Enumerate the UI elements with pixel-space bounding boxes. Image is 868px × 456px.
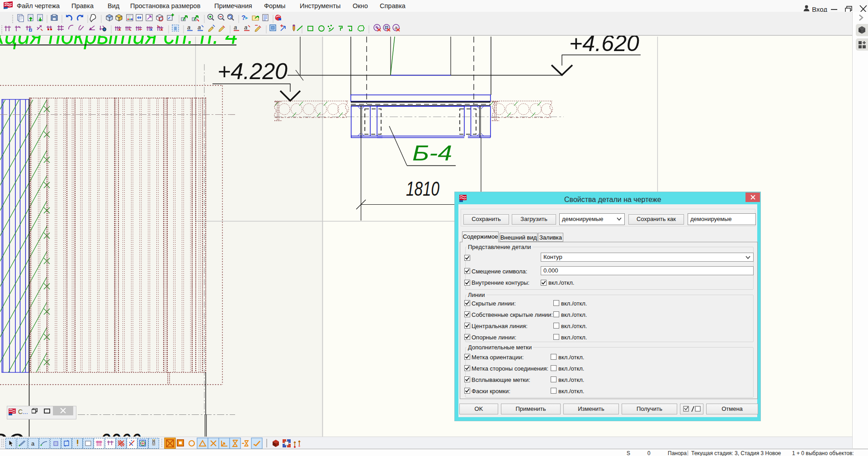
svg-text:Б-4: Б-4 [412,141,452,165]
svg-text:кция покрытия сп. п. 4: кция покрытия сп. п. 4 [0,36,238,49]
svg-text:+4.220: +4.220 [217,59,288,84]
svg-text:+4.620: +4.620 [569,36,639,56]
svg-text:1810: 1810 [406,178,439,200]
svg-text:a: a [234,24,237,31]
svg-text:3200: 3200 [100,428,141,437]
svg-text:a: a [244,24,247,31]
svg-text:a: a [31,440,35,447]
svg-text:a: a [198,24,201,31]
svg-text:00: 00 [0,428,24,437]
svg-text:?: ? [241,14,245,21]
svg-text:a: a [187,24,190,31]
